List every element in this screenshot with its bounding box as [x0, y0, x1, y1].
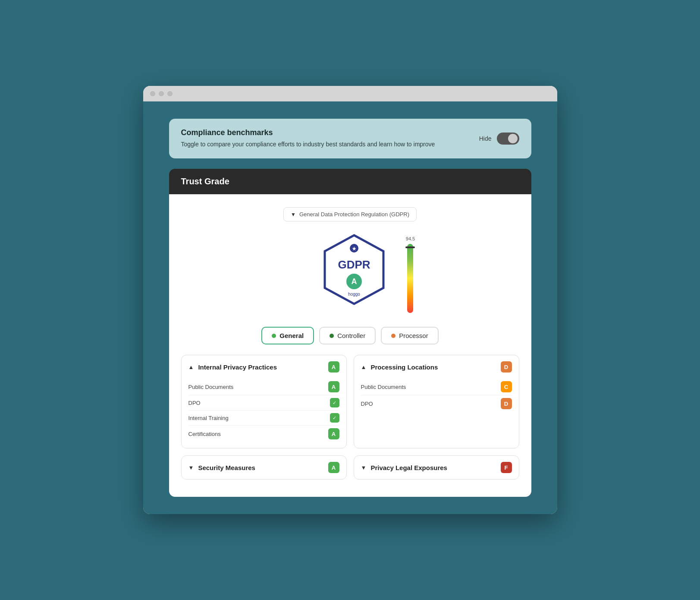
card-security-measures-title-row: ▼ Security Measures	[188, 464, 255, 471]
badge-area: ★ GDPR A hoggo 94.5	[181, 232, 519, 313]
row-badge: C	[501, 381, 512, 392]
svg-text:hoggo: hoggo	[348, 292, 360, 297]
privacy-legal-title: Privacy Legal Exposures	[370, 464, 447, 471]
trust-grade-body: ▼ General Data Protection Regulation (GD…	[169, 194, 531, 497]
tab-controller[interactable]: Controller	[319, 327, 376, 344]
tab-controller-label: Controller	[337, 332, 365, 339]
browser-dot-yellow	[159, 91, 164, 96]
trust-grade-title: Trust Grade	[181, 177, 229, 186]
internal-privacy-title: Internal Privacy Practices	[198, 363, 277, 371]
internal-privacy-grade: A	[328, 361, 339, 373]
banner-text: Compliance benchmarks Toggle to compare …	[181, 128, 479, 149]
gdpr-dropdown-container: ▼ General Data Protection Regulation (GD…	[181, 207, 519, 221]
table-row: Internal Training ✓	[188, 411, 339, 426]
hide-label: Hide	[479, 135, 492, 142]
card-internal-privacy-title-row: ▲ Internal Privacy Practices	[188, 363, 277, 371]
card-processing-locations-body: Public Documents C DPO D	[354, 379, 519, 418]
svg-text:A: A	[351, 277, 357, 286]
banner-description: Toggle to compare your compliance effort…	[181, 140, 479, 149]
banner-title: Compliance benchmarks	[181, 128, 479, 137]
browser-content: Compliance benchmarks Toggle to compare …	[143, 101, 557, 514]
card-privacy-legal: ▼ Privacy Legal Exposures F	[354, 455, 519, 480]
browser-toolbar	[143, 86, 557, 101]
table-row: Certifications A	[188, 426, 339, 442]
gdpr-dropdown-label: General Data Protection Regulation (GDPR…	[299, 211, 409, 218]
collapse-icon-security: ▼	[188, 464, 194, 471]
card-security-measures: ▼ Security Measures A	[181, 455, 347, 480]
row-label: Public Documents	[361, 384, 406, 390]
shield-container: ★ GDPR A hoggo	[320, 232, 389, 307]
compliance-toggle[interactable]	[497, 133, 519, 145]
browser-dot-green	[167, 91, 173, 96]
collapse-icon-processing: ▲	[361, 364, 367, 370]
svg-text:GDPR: GDPR	[338, 258, 370, 271]
browser-dot-red	[150, 91, 155, 96]
row-check-badge: ✓	[330, 398, 339, 407]
cards-grid: ▲ Internal Privacy Practices A Public Do…	[181, 355, 519, 480]
toggle-thumb	[508, 134, 518, 143]
processor-dot	[391, 334, 396, 338]
security-measures-title: Security Measures	[198, 464, 255, 471]
row-label: DPO	[361, 401, 373, 407]
card-internal-privacy-header[interactable]: ▲ Internal Privacy Practices A	[182, 355, 346, 379]
processing-locations-title: Processing Locations	[370, 363, 438, 371]
privacy-legal-grade: F	[501, 462, 512, 473]
row-badge: A	[328, 381, 339, 392]
card-internal-privacy-body: Public Documents A DPO ✓ Internal Traini…	[182, 379, 346, 448]
table-row: DPO D	[361, 395, 512, 412]
processing-locations-grade: D	[501, 361, 512, 373]
security-measures-grade: A	[328, 462, 339, 473]
card-privacy-legal-header[interactable]: ▼ Privacy Legal Exposures F	[354, 456, 519, 479]
row-badge: D	[501, 398, 512, 409]
card-privacy-legal-title-row: ▼ Privacy Legal Exposures	[361, 464, 447, 471]
controller-dot	[330, 334, 334, 338]
tab-general[interactable]: General	[261, 327, 314, 344]
tab-general-label: General	[279, 332, 304, 339]
table-row: DPO ✓	[188, 395, 339, 411]
score-value: 94.5	[406, 236, 415, 241]
chevron-down-icon: ▼	[291, 212, 296, 218]
score-bar	[407, 244, 413, 313]
collapse-icon-internal: ▲	[188, 364, 194, 370]
trust-grade-section: Trust Grade ▼ General Data Protection Re…	[169, 169, 531, 497]
card-processing-locations-header[interactable]: ▲ Processing Locations D	[354, 355, 519, 379]
gdpr-shield: ★ GDPR A hoggo	[320, 232, 389, 307]
score-indicator	[405, 246, 415, 248]
table-row: Public Documents A	[188, 379, 339, 395]
row-label: DPO	[188, 400, 201, 406]
card-processing-locations: ▲ Processing Locations D Public Document…	[354, 355, 519, 448]
row-label: Internal Training	[188, 415, 229, 421]
svg-text:★: ★	[352, 246, 357, 251]
browser-window: Compliance benchmarks Toggle to compare …	[143, 86, 557, 514]
trust-grade-header: Trust Grade	[169, 169, 531, 194]
row-check-badge: ✓	[330, 413, 339, 423]
card-processing-locations-title-row: ▲ Processing Locations	[361, 363, 438, 371]
tab-processor[interactable]: Processor	[381, 327, 439, 344]
row-label: Public Documents	[188, 384, 234, 390]
row-label: Certifications	[188, 431, 221, 437]
score-bar-container: 94.5	[406, 232, 415, 313]
row-badge: A	[328, 428, 339, 439]
table-row: Public Documents C	[361, 379, 512, 395]
general-dot	[272, 334, 276, 338]
category-tabs: General Controller Processor	[181, 327, 519, 344]
card-internal-privacy: ▲ Internal Privacy Practices A Public Do…	[181, 355, 347, 448]
collapse-icon-legal: ▼	[361, 464, 367, 471]
tab-processor-label: Processor	[399, 332, 428, 339]
banner-toggle-area: Hide	[479, 133, 519, 145]
card-security-measures-header[interactable]: ▼ Security Measures A	[182, 456, 346, 479]
gdpr-dropdown[interactable]: ▼ General Data Protection Regulation (GD…	[283, 207, 417, 221]
compliance-banner: Compliance benchmarks Toggle to compare …	[169, 119, 531, 158]
